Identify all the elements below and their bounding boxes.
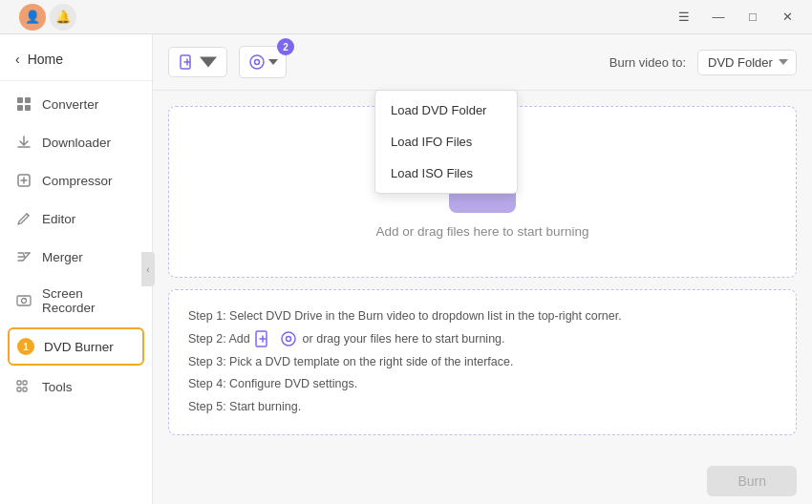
sidebar-item-screen-recorder[interactable]: Screen Recorder [0, 276, 152, 326]
sidebar-home[interactable]: ‹ Home [0, 42, 152, 76]
step4-text: Step 4: Configure DVD settings. [188, 373, 777, 396]
converter-icon [15, 95, 32, 113]
drop-area-text: Add or drag files here to start burning [376, 224, 589, 239]
load-dropdown-chevron-icon [268, 59, 278, 65]
add-files-button[interactable] [168, 47, 227, 77]
step3-text: Step 3: Pick a DVD template on the right… [188, 351, 777, 374]
load-dvd-folder-item[interactable]: Load DVD Folder [375, 94, 517, 126]
home-label: Home [28, 52, 63, 67]
title-bar: 👤 🔔 ☰ — □ ✕ [0, 0, 812, 34]
sidebar-editor-label: Editor [42, 212, 75, 226]
svg-rect-12 [23, 388, 27, 391]
svg-rect-9 [17, 381, 21, 385]
toolbar: 2 Load DVD Folder Load IFO Files Load IS… [153, 34, 812, 91]
user-avatar-icon: 👤 [19, 4, 46, 31]
svg-point-6 [22, 299, 27, 304]
svg-rect-11 [17, 388, 21, 391]
load-ifo-files-item[interactable]: Load IFO Files [375, 126, 517, 158]
sidebar-downloader-label: Downloader [42, 136, 111, 150]
step1-text: Step 1: Select DVD Drive in the Burn vid… [188, 305, 777, 328]
svg-rect-0 [17, 97, 23, 103]
add-file-icon [179, 53, 196, 71]
downloader-icon [15, 134, 32, 151]
sidebar-item-compressor[interactable]: Compressor [0, 161, 152, 200]
svg-rect-5 [17, 296, 31, 305]
step2-icons [253, 328, 299, 349]
main-layout: ‹ Home Converter Downloader [0, 34, 812, 504]
sidebar-tools-label: Tools [42, 380, 73, 394]
instructions-panel: Step 1: Select DVD Drive in the Burn vid… [168, 289, 797, 435]
notification-bell-icon: 🔔 [50, 4, 76, 31]
content-area: ‹ 2 [153, 34, 812, 504]
sidebar: ‹ Home Converter Downloader [0, 34, 153, 504]
compressor-icon [15, 172, 32, 189]
screen-recorder-icon [15, 292, 32, 309]
step2-load-dvd-icon [278, 328, 299, 349]
editor-icon [15, 210, 32, 227]
step2-add-file-icon [253, 328, 274, 349]
minimize-button[interactable]: — [705, 7, 732, 28]
sidebar-item-dvd-burner[interactable]: 1 DVD Burner [8, 327, 144, 366]
sidebar-item-converter[interactable]: Converter [0, 85, 152, 123]
burn-video-to-label: Burn video to: [609, 55, 686, 70]
tools-icon [15, 378, 32, 395]
sidebar-divider [0, 80, 152, 81]
sidebar-item-editor[interactable]: Editor [0, 200, 152, 238]
hamburger-menu-icon[interactable]: ☰ [671, 7, 697, 28]
load-dvd-button-wrap: 2 [239, 46, 287, 78]
title-bar-icons: 👤 🔔 [19, 4, 76, 31]
burn-btn-wrap: Burn [153, 458, 812, 504]
svg-point-14 [250, 55, 264, 69]
sidebar-badge-1: 1 [17, 338, 34, 355]
sidebar-item-downloader[interactable]: Downloader [0, 123, 152, 161]
burn-button[interactable]: Burn [707, 466, 797, 496]
sidebar-item-merger[interactable]: Merger [0, 238, 152, 276]
svg-point-17 [282, 332, 295, 346]
svg-point-18 [287, 337, 291, 342]
sidebar-dvd-burner-label: DVD Burner [44, 340, 114, 354]
sidebar-collapse-toggle[interactable]: ‹ [141, 252, 155, 286]
sidebar-merger-label: Merger [42, 250, 83, 264]
load-dropdown-menu: Load DVD Folder Load IFO Files Load ISO … [374, 90, 518, 194]
sidebar-screen-recorder-label: Screen Recorder [42, 286, 137, 315]
svg-rect-10 [23, 381, 27, 385]
svg-rect-2 [17, 105, 23, 111]
sidebar-compressor-label: Compressor [42, 174, 113, 188]
back-arrow-icon: ‹ [15, 52, 20, 67]
close-button[interactable]: ✕ [774, 7, 801, 28]
load-iso-files-item[interactable]: Load ISO Files [375, 158, 517, 189]
step2-text: Step 2: Add [188, 328, 777, 351]
burn-video-to-select[interactable]: DVD Folder DVD Drive ISO File [697, 50, 797, 75]
add-files-dropdown-arrow-icon [200, 53, 217, 71]
load-dropdown-badge: 2 [277, 38, 294, 55]
merger-icon [15, 248, 32, 265]
svg-rect-3 [25, 105, 31, 111]
sidebar-converter-label: Converter [42, 97, 98, 112]
sidebar-item-tools[interactable]: Tools [0, 368, 152, 406]
load-dvd-icon [247, 52, 267, 72]
maximize-button[interactable]: □ [739, 7, 766, 28]
svg-point-15 [255, 60, 260, 65]
svg-rect-1 [25, 97, 31, 103]
step5-text: Step 5: Start burning. [188, 396, 777, 419]
